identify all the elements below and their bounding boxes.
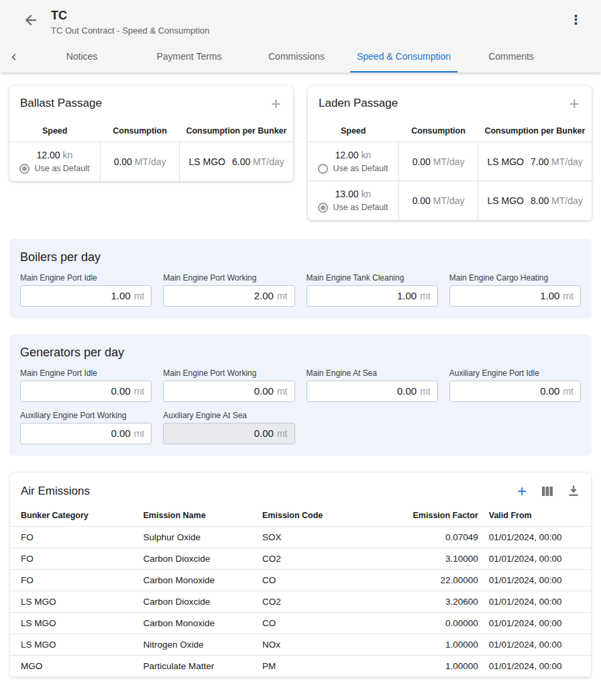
- consumption-per-bunker-cell[interactable]: LS MGO8.00 MT/day: [478, 181, 592, 220]
- emissions-cell: 0.00000: [379, 612, 484, 634]
- field-input[interactable]: 0.00mt: [20, 423, 152, 444]
- emissions-column-header: Bunker Category: [10, 505, 138, 527]
- field-input[interactable]: 2.00mt: [163, 285, 294, 307]
- column-header: Consumption per Bunker: [180, 120, 293, 142]
- tab-commissions[interactable]: Commissions: [243, 42, 350, 72]
- field-main-engine-port-idle: Main Engine Port Idle0.00mt: [20, 368, 152, 402]
- emissions-cell: 01/01/2024, 00:00: [484, 612, 591, 634]
- boilers-title: Boilers per day: [20, 250, 581, 264]
- add-speed-row-icon[interactable]: +: [568, 96, 581, 111]
- field-auxiliary-engine-port-idle: Auxiliary Engine Port Idle0.00mt: [449, 368, 581, 402]
- consumption-cell[interactable]: 0.00 MT/day: [398, 181, 478, 220]
- use-as-default-label: Use as Default: [34, 164, 89, 173]
- emissions-cell: Carbon Monoxide: [138, 612, 258, 634]
- speed-value[interactable]: 13.00: [335, 189, 359, 199]
- tab-scroll-left-icon[interactable]: [0, 42, 28, 72]
- view-columns-icon[interactable]: [541, 486, 553, 497]
- speed-value[interactable]: 12.00: [37, 150, 60, 160]
- passage-table: SpeedConsumptionConsumption per Bunker12…: [9, 120, 293, 181]
- field-label: Main Engine At Sea: [307, 368, 438, 378]
- emissions-column-header: Valid From: [484, 505, 591, 527]
- field-label: Main Engine Tank Cleaning: [307, 273, 438, 283]
- tab-notices[interactable]: Notices: [28, 42, 135, 72]
- field-unit: mt: [277, 428, 288, 439]
- field-input[interactable]: 0.00mt: [307, 381, 438, 402]
- emissions-cell: Carbon Dioxcide: [138, 548, 258, 569]
- field-input[interactable]: 1.00mt: [20, 285, 152, 307]
- main-content: Ballast Passage+SpeedConsumptionConsumpt…: [0, 72, 601, 678]
- passage-table: SpeedConsumptionConsumption per Bunker12…: [308, 120, 592, 220]
- emissions-column-header: Emission Code: [257, 505, 379, 527]
- speed-cell: 12.00 knUse as Default: [308, 142, 398, 181]
- field-input[interactable]: 0.00mt: [449, 381, 581, 402]
- laden-passage-card: Laden Passage+SpeedConsumptionConsumptio…: [308, 86, 592, 220]
- emissions-cell: NOx: [257, 634, 379, 655]
- field-label: Auxiliary Engine Port Idle: [449, 368, 581, 378]
- field-label: Main Engine Port Idle: [20, 273, 152, 283]
- field-main-engine-port-idle: Main Engine Port Idle1.00mt: [20, 273, 152, 307]
- emissions-cell: Carbon Monoxide: [138, 569, 258, 591]
- generators-section: Generators per day Main Engine Port Idle…: [9, 334, 592, 456]
- add-speed-row-icon[interactable]: +: [270, 96, 282, 111]
- consumption-cell[interactable]: 0.00 MT/day: [398, 142, 478, 181]
- emissions-column-header: Emission Name: [138, 505, 258, 527]
- field-label: Main Engine Cargo Heating: [449, 273, 581, 283]
- emissions-cell: CO: [257, 569, 379, 591]
- emissions-cell: CO2: [257, 548, 379, 569]
- field-input[interactable]: 1.00mt: [449, 285, 581, 307]
- speed-unit: kn: [63, 150, 73, 160]
- emissions-cell: 1.00000: [379, 655, 484, 677]
- tab-comments[interactable]: Comments: [457, 42, 565, 72]
- field-auxiliary-engine-port-working: Auxiliary Engine Port Working0.00mt: [20, 411, 152, 444]
- passage-row: 12.00 knUse as Default0.00 MT/dayLS MGO6…: [9, 142, 293, 181]
- add-emission-icon[interactable]: +: [517, 485, 527, 498]
- field-label: Main Engine Port Working: [163, 368, 294, 378]
- field-input[interactable]: 0.00mt: [163, 381, 294, 402]
- passage-row: 13.00 knUse as Default0.00 MT/dayLS MGO8…: [308, 181, 592, 220]
- column-header: Speed: [308, 120, 398, 142]
- field-unit: mt: [134, 291, 145, 301]
- emissions-cell: 01/01/2024, 00:00: [484, 655, 591, 677]
- tab-payment-terms[interactable]: Payment Terms: [135, 42, 243, 72]
- field-label: Auxiliary Engine At Sea: [163, 411, 294, 420]
- download-icon[interactable]: [568, 485, 579, 497]
- emissions-table-row[interactable]: FOCarbon MonoxideCO22.0000001/01/2024, 0…: [10, 569, 591, 591]
- ballast-passage-card: Ballast Passage+SpeedConsumptionConsumpt…: [9, 86, 293, 181]
- use-as-default-radio[interactable]: [19, 164, 30, 174]
- field-main-engine-cargo-heating: Main Engine Cargo Heating1.00mt: [449, 273, 581, 307]
- emissions-table-row[interactable]: LS MGONitrogen OxideNOx1.0000001/01/2024…: [10, 634, 591, 655]
- consumption-per-bunker-cell[interactable]: LS MGO6.00 MT/day: [180, 142, 293, 181]
- air-emissions-actions: +: [517, 485, 579, 498]
- field-unit: mt: [420, 386, 431, 397]
- use-as-default-radio[interactable]: [318, 203, 328, 213]
- consumption-per-bunker-cell[interactable]: LS MGO7.00 MT/day: [478, 142, 592, 181]
- emissions-cell: FO: [10, 526, 138, 548]
- speed-value[interactable]: 12.00: [335, 150, 359, 160]
- field-label: Main Engine Port Idle: [20, 368, 152, 378]
- emissions-cell: Carbon Dioxcide: [138, 591, 258, 612]
- emissions-cell: CO: [257, 612, 379, 634]
- field-input[interactable]: 0.00mt: [20, 381, 152, 402]
- emissions-cell: LS MGO: [10, 634, 138, 655]
- emissions-cell: 01/01/2024, 00:00: [484, 548, 591, 569]
- emissions-table-row[interactable]: MGOParticulate MatterPM1.0000001/01/2024…: [10, 655, 591, 677]
- field-input[interactable]: 1.00mt: [307, 285, 438, 307]
- emissions-cell: LS MGO: [10, 591, 138, 612]
- page-title: TC: [51, 8, 567, 23]
- back-arrow-icon[interactable]: [23, 12, 39, 28]
- emissions-table-row[interactable]: LS MGOCarbon DioxcideCO23.2060001/01/202…: [10, 591, 591, 612]
- emissions-cell: Sulphur Oxide: [138, 526, 258, 548]
- emissions-cell: LS MGO: [10, 612, 138, 634]
- emissions-table-row[interactable]: FOSulphur OxideSOX0.0704901/01/2024, 00:…: [10, 526, 591, 548]
- air-emissions-title: Air Emissions: [21, 485, 90, 498]
- field-unit: mt: [563, 291, 573, 301]
- use-as-default-label: Use as Default: [333, 203, 388, 212]
- use-as-default-radio[interactable]: [318, 164, 328, 174]
- consumption-cell[interactable]: 0.00 MT/day: [100, 142, 179, 181]
- emissions-cell: Nitrogen Oxide: [138, 634, 258, 655]
- emissions-table-row[interactable]: FOCarbon DioxcideCO23.1000001/01/2024, 0…: [10, 548, 591, 569]
- kebab-menu-icon[interactable]: ⋮: [567, 13, 585, 27]
- air-emissions-table: Bunker CategoryEmission NameEmission Cod…: [10, 505, 591, 677]
- emissions-table-row[interactable]: LS MGOCarbon MonoxideCO0.0000001/01/2024…: [10, 612, 591, 634]
- tab-speed-consumption[interactable]: Speed & Consumption: [350, 42, 457, 72]
